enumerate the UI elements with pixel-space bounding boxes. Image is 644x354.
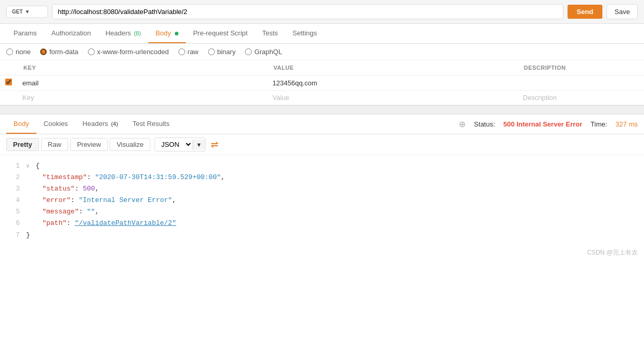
- json-line-5: 5 "message": "",: [0, 206, 644, 218]
- tab-settings[interactable]: Settings: [285, 24, 324, 43]
- body-type-row: none form-data x-www-form-urlencoded raw…: [0, 44, 644, 60]
- url-bar: GET ▼ Send Save: [0, 0, 644, 24]
- col-description: DESCRIPTION: [518, 60, 644, 75]
- empty-value-input[interactable]: [273, 94, 512, 102]
- time-value: 327 ms: [615, 120, 638, 128]
- globe-icon: ⊕: [459, 119, 466, 129]
- row-key-input[interactable]: [22, 79, 262, 87]
- send-button[interactable]: Send: [568, 5, 603, 19]
- row-checkbox-cell[interactable]: [0, 75, 17, 91]
- form-data-table: KEY VALUE DESCRIPTION: [0, 60, 644, 105]
- tab-params[interactable]: Params: [6, 24, 44, 43]
- json-line-6: 6 "path": "/validatePathVariable/2": [0, 218, 644, 229]
- wrap-icon[interactable]: ⇌: [211, 139, 218, 150]
- json-line-1: 1 ∨ {: [0, 160, 644, 172]
- language-select[interactable]: JSON XML HTML Text: [155, 138, 192, 151]
- row-value-cell[interactable]: [267, 75, 518, 91]
- format-raw-btn[interactable]: Raw: [41, 138, 68, 151]
- response-format-row: Pretty Raw Preview Visualize JSON XML HT…: [0, 134, 644, 155]
- body-type-none[interactable]: none: [6, 48, 31, 56]
- body-type-formdata[interactable]: form-data: [40, 48, 79, 56]
- empty-desc-input[interactable]: [523, 94, 639, 102]
- row-value-input[interactable]: [273, 79, 512, 87]
- language-selector[interactable]: JSON XML HTML Text ▼: [154, 137, 205, 151]
- row-key-cell[interactable]: [17, 75, 267, 91]
- request-tabs: Params Authorization Headers (8) Body Pr…: [0, 24, 644, 44]
- method-label: GET: [12, 9, 23, 15]
- body-type-urlencoded[interactable]: x-www-form-urlencoded: [88, 48, 169, 56]
- row-checkbox[interactable]: [5, 79, 12, 85]
- tab-authorization[interactable]: Authorization: [44, 24, 98, 43]
- watermark: CSDN @完上有农: [0, 246, 644, 259]
- url-input[interactable]: [52, 4, 563, 19]
- json-line-3: 3 "status": 500,: [0, 183, 644, 195]
- json-line-4: 4 "error": "Internal Server Error",: [0, 195, 644, 206]
- status-label: Status:: [474, 120, 495, 128]
- response-tabs: Body Cookies Headers (4) Test Results: [6, 115, 177, 134]
- resp-tab-body[interactable]: Body: [6, 115, 36, 134]
- body-type-binary[interactable]: binary: [208, 48, 236, 56]
- save-button[interactable]: Save: [607, 4, 638, 19]
- language-arrow[interactable]: ▼: [192, 140, 205, 150]
- row-desc-input[interactable]: [523, 79, 639, 87]
- col-checkbox: [0, 60, 17, 75]
- time-label: Time:: [590, 120, 607, 128]
- response-status-area: ⊕ Status: 500 Internal Server Error Time…: [459, 119, 638, 129]
- format-preview-btn[interactable]: Preview: [70, 138, 108, 151]
- tab-prerequest[interactable]: Pre-request Script: [186, 24, 255, 43]
- table-row: [0, 75, 644, 91]
- col-key: KEY: [17, 60, 267, 75]
- body-dot: [175, 32, 178, 35]
- tab-tests[interactable]: Tests: [255, 24, 285, 43]
- empty-key-input[interactable]: [22, 94, 262, 102]
- method-dropdown[interactable]: GET ▼: [6, 6, 48, 18]
- json-viewer: 1 ∨ { 2 "timestamp": "2020-07-30T14:31:5…: [0, 155, 644, 246]
- tab-headers[interactable]: Headers (8): [98, 24, 148, 43]
- collapse-icon[interactable]: ∨: [26, 163, 30, 169]
- tab-body[interactable]: Body: [148, 24, 186, 43]
- status-value: 500 Internal Server Error: [504, 120, 583, 128]
- json-line-2: 2 "timestamp": "2020-07-30T14:31:59.529+…: [0, 172, 644, 183]
- format-visualize-btn[interactable]: Visualize: [110, 138, 150, 151]
- body-type-graphql[interactable]: GraphQL: [245, 48, 282, 56]
- row-desc-cell[interactable]: [518, 75, 644, 91]
- response-section: Body Cookies Headers (4) Test Results ⊕ …: [0, 115, 644, 246]
- col-value: VALUE: [267, 60, 518, 75]
- resp-tab-testresults[interactable]: Test Results: [125, 115, 177, 134]
- format-pretty-btn[interactable]: Pretty: [6, 138, 39, 151]
- section-divider: [0, 105, 644, 115]
- resp-tab-cookies[interactable]: Cookies: [36, 115, 75, 134]
- body-type-raw[interactable]: raw: [178, 48, 199, 56]
- empty-table-row: [0, 91, 644, 105]
- method-arrow: ▼: [25, 9, 30, 15]
- resp-tab-headers[interactable]: Headers (4): [75, 115, 125, 134]
- json-line-7: 7 }: [0, 230, 644, 241]
- response-tabs-row: Body Cookies Headers (4) Test Results ⊕ …: [0, 115, 644, 134]
